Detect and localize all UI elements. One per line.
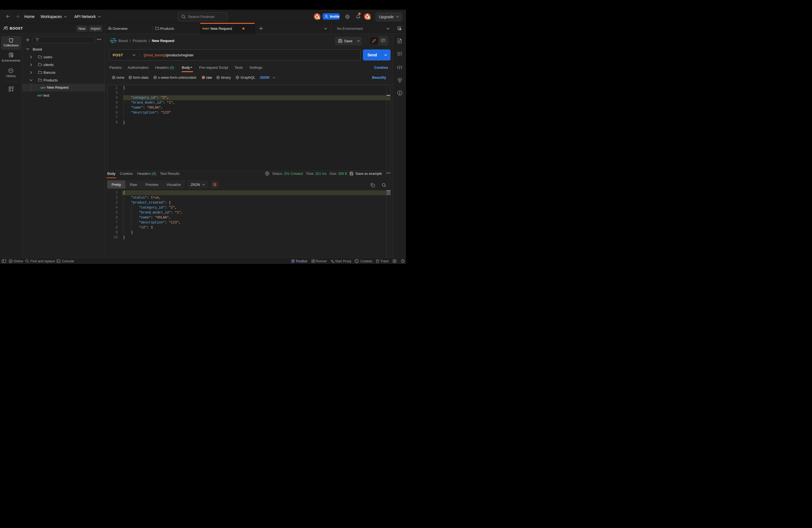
svg-text:HTTP: HTTP bbox=[110, 39, 117, 42]
